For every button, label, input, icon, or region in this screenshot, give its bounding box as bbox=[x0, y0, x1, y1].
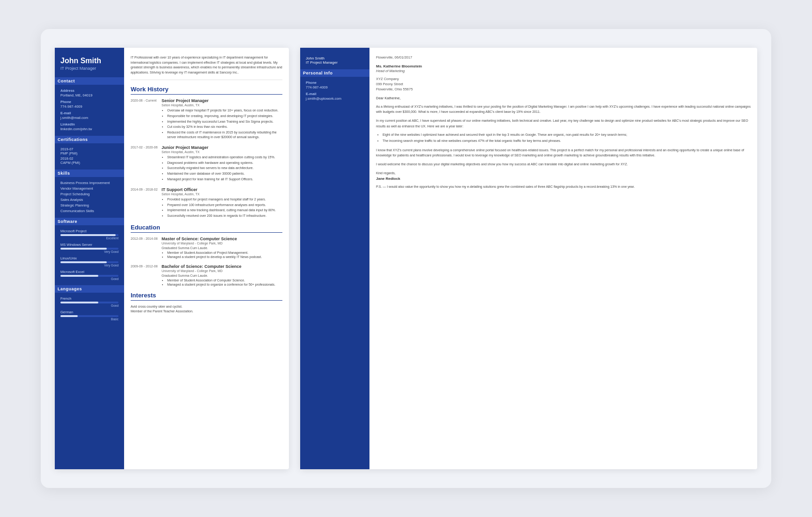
work-date-2: 2017-02 - 2020-06 bbox=[131, 145, 158, 183]
work-bullet: Maintained the user database of over 300… bbox=[167, 171, 282, 176]
skill-1: Business Process Improvement bbox=[60, 181, 118, 185]
cover-name: John Smith bbox=[306, 56, 364, 60]
cover-sidebar: John Smith IT Project Manager Personal I… bbox=[300, 48, 369, 469]
resume-title: IT Project Manager bbox=[60, 66, 118, 71]
skill-2: Vendor Management bbox=[60, 186, 118, 191]
cert-2: 2018-02CAPM (PMI) bbox=[60, 156, 118, 165]
address-label: Address bbox=[60, 89, 118, 93]
software-2: MS Windows Server Very Good bbox=[60, 243, 118, 253]
page-wrapper: John Smith IT Project Manager Contact Ad… bbox=[41, 29, 771, 488]
cover-recipient-name: Ms. Katherine Bloomstein bbox=[376, 64, 751, 68]
cover-para-1: As a lifelong enthusiast of XYZ's market… bbox=[376, 104, 751, 114]
cover-address1: 099 Peony Street bbox=[376, 82, 751, 86]
skill-6: Communication Skills bbox=[60, 209, 118, 213]
cover-main: Flowerville, 06/01/2017 Ms. Katherine Bl… bbox=[369, 48, 757, 469]
education-title: Education bbox=[131, 224, 282, 233]
cover-email-value: j.smith@uptowork.com bbox=[306, 96, 364, 101]
resume-document: John Smith IT Project Manager Contact Ad… bbox=[55, 48, 289, 469]
cover-email-label: E-mail bbox=[306, 92, 364, 96]
resume-main: IT Professional with over 10 years of ex… bbox=[124, 48, 289, 469]
software-1: Microsoft Project Excellent bbox=[60, 229, 118, 240]
cover-address2: Flowerville, Ohio 55675 bbox=[376, 87, 751, 91]
software-3: Linux/Unix Very Good bbox=[60, 256, 118, 267]
work-bullet: Oversaw all major hospital IT projects f… bbox=[167, 108, 282, 113]
skill-3: Project Scheduling bbox=[60, 192, 118, 196]
work-bullet: Streamlined IT logistics and administrat… bbox=[167, 155, 282, 160]
lang-1: French Good bbox=[60, 296, 118, 307]
email-label: E-mail bbox=[60, 111, 118, 115]
work-bullet: Reduced the costs of IT maintenance in 2… bbox=[167, 130, 282, 140]
linkedin-label: LinkedIn bbox=[60, 122, 118, 126]
cover-greeting: Dear Katherine, bbox=[376, 96, 751, 100]
email-value: j.smith@mail.com bbox=[60, 116, 118, 120]
work-bullet: Managed project for lean training for al… bbox=[167, 177, 282, 182]
cover-para-4: I would welcome the chance to discuss yo… bbox=[376, 162, 751, 167]
cover-bullet-2: The incoming search engine traffic to al… bbox=[383, 139, 751, 144]
cover-ps: P.S. — I would also value the opportunit… bbox=[376, 185, 751, 190]
work-bullet: Cut costs by 32% in less than six months… bbox=[167, 125, 282, 129]
skill-4: Sales Analysis bbox=[60, 198, 118, 202]
work-entry-1: 2020-06 - Current Senior Project Manager… bbox=[131, 98, 282, 140]
cover-para-2: In my current position at ABC, I have su… bbox=[376, 118, 751, 128]
work-date-3: 2014-09 - 2018-02 bbox=[131, 187, 158, 219]
work-bullet: Successfully resolved over 200 issues in… bbox=[167, 214, 282, 218]
lang-2: German Basic bbox=[60, 310, 118, 321]
work-bullet: Responsible for creating, improving, and… bbox=[167, 114, 282, 118]
work-bullet: Successfully migrated two servers to new… bbox=[167, 166, 282, 170]
work-bullet: Prepared over 100 infrastructure perform… bbox=[167, 203, 282, 207]
cover-signature: Jane Redlock bbox=[376, 177, 751, 181]
resume-sidebar: John Smith IT Project Manager Contact Ad… bbox=[55, 48, 124, 469]
cover-personal-info-label: Personal Info bbox=[300, 69, 369, 77]
address-value: Portland, ME, 04019 bbox=[60, 93, 118, 97]
phone-value: 774-987-4009 bbox=[60, 104, 118, 109]
cover-date: Flowerville, 06/01/2017 bbox=[376, 55, 751, 59]
skill-5: Strategic Planning bbox=[60, 203, 118, 207]
work-bullet: Diagnosed problems with hardware and ope… bbox=[167, 161, 282, 165]
cert-1: 2019-07PMP (PMI) bbox=[60, 147, 118, 155]
skills-section-label: Skills bbox=[55, 170, 124, 177]
software-4: Microsoft Excel Good bbox=[60, 270, 118, 281]
software-section-label: Software bbox=[55, 218, 124, 225]
certifications-section-label: Certifications bbox=[55, 136, 124, 143]
cover-para-3: I know that XYZ's current plans involve … bbox=[376, 148, 751, 158]
resume-summary: IT Professional with over 10 years of ex… bbox=[131, 55, 282, 80]
work-entry-3: 2014-09 - 2018-02 IT Support Officer Set… bbox=[131, 187, 282, 219]
cover-bullets-list: Eight of the nine websites I optimized h… bbox=[376, 133, 751, 144]
contact-section-label: Contact bbox=[55, 77, 124, 85]
interests-title: Interests bbox=[131, 292, 282, 301]
edu-entry-1: 2012-09 - 2014-08 Master of Science: Com… bbox=[131, 236, 282, 259]
work-bullet: Provided support for project managers an… bbox=[167, 197, 282, 202]
work-history-title: Work History bbox=[131, 86, 282, 95]
interests-text: Avid cross country skier and cyclist.Mem… bbox=[131, 304, 282, 314]
linkedin-value: linkedin.com/john.tw bbox=[60, 127, 118, 131]
cover-company: XYZ Company bbox=[376, 77, 751, 81]
resume-name: John Smith bbox=[60, 56, 118, 65]
cover-bullet-1: Eight of the nine websites I optimized h… bbox=[383, 133, 751, 138]
work-bullet: Implemented the highly successful Lean T… bbox=[167, 119, 282, 124]
cover-title: IT Project Manager bbox=[306, 60, 364, 65]
cover-phone-value: 774-987-4009 bbox=[306, 85, 364, 89]
cover-phone-label: Phone bbox=[306, 81, 364, 85]
work-bullet: Implemented a new tracking dashboard, cu… bbox=[167, 208, 282, 213]
cover-recipient-title: Head of Marketing bbox=[376, 69, 751, 73]
phone-label: Phone bbox=[60, 100, 118, 104]
edu-entry-2: 2009-09 - 2012-08 Bachelor of Science: C… bbox=[131, 264, 282, 287]
cover-letter-document: John Smith IT Project Manager Personal I… bbox=[300, 48, 757, 469]
languages-section-label: Languages bbox=[55, 285, 124, 293]
cover-closing: Kind regards, bbox=[376, 171, 751, 175]
work-date-1: 2020-06 - Current bbox=[131, 98, 158, 140]
work-entry-2: 2017-02 - 2020-06 Junior Project Manager… bbox=[131, 145, 282, 183]
